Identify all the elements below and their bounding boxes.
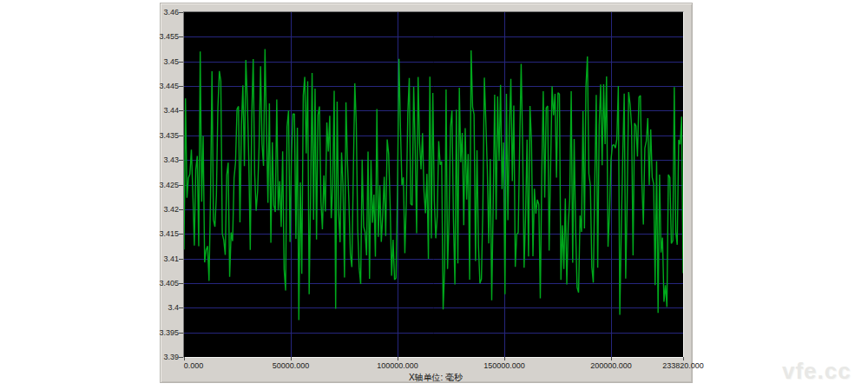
x-tick-mark [683,357,684,360]
x-tick-label: 100000.000 [377,361,418,370]
y-tick-label: 3.43 [144,155,179,164]
y-tick-mark [179,136,183,136]
y-tick-label: 3.41 [144,254,179,263]
y-tick-mark [179,12,183,13]
y-tick-mark [179,234,183,235]
y-tick-label: 3.425 [144,181,179,189]
y-tick-label: 3.445 [144,82,179,90]
y-tick-mark [179,283,183,284]
signal-plot-canvas [184,12,683,357]
y-tick-mark [179,357,183,358]
x-tick-label: 233820.000 [662,361,704,370]
x-tick-mark [398,357,398,360]
x-tick-label: 200000.000 [590,361,632,370]
y-tick-mark [179,62,183,63]
watermark-text: vfe.cc [782,358,852,385]
y-tick-label: 3.4 [144,303,179,312]
x-axis-unit-label: X轴单位: 毫秒 [365,372,507,384]
y-tick-label: 3.45 [144,57,179,66]
y-tick-mark [179,259,183,260]
x-tick-mark [611,357,612,360]
y-tick-mark [179,36,183,37]
x-tick-mark [504,357,505,360]
y-tick-mark [179,209,183,210]
y-tick-label: 3.46 [144,8,179,17]
y-tick-mark [179,86,183,87]
x-tick-mark [184,357,185,360]
y-tick-label: 3.44 [144,106,179,115]
y-tick-label: 3.405 [144,279,179,288]
y-tick-label: 3.39 [144,353,179,361]
y-tick-label: 3.415 [144,229,179,238]
x-tick-label: 50000.000 [273,361,310,370]
y-tick-label: 3.455 [144,32,179,41]
plot-frame [183,11,684,358]
y-tick-mark [179,110,183,111]
y-tick-label: 3.42 [144,205,179,214]
y-tick-mark [179,307,183,308]
x-tick-label: 0.000 [184,361,204,370]
y-tick-mark [179,160,183,161]
y-tick-mark [179,333,183,334]
x-tick-label: 150000.000 [483,361,525,370]
x-tick-mark [291,357,292,360]
y-tick-mark [179,185,183,186]
y-tick-label: 3.435 [144,131,179,140]
y-tick-label: 3.395 [144,328,179,337]
